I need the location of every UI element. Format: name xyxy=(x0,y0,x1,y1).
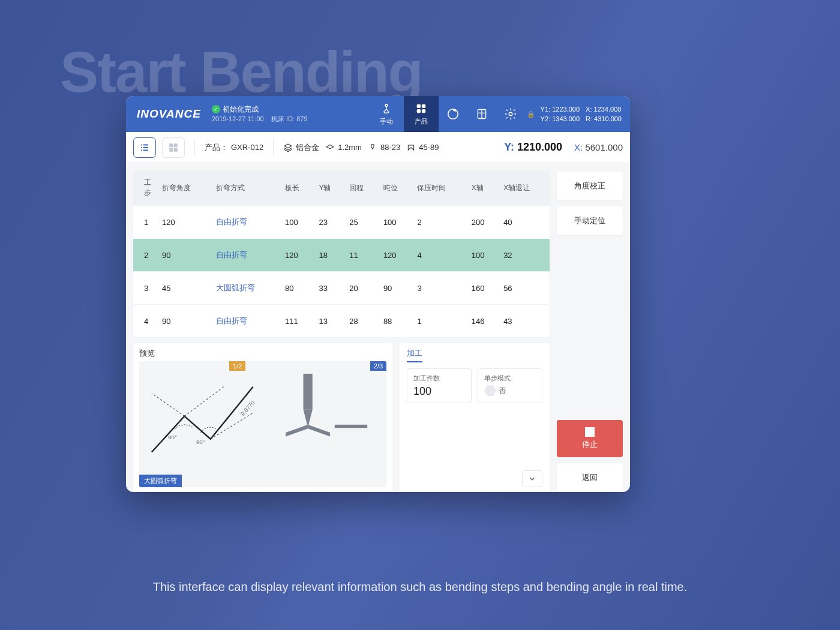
nav-dial[interactable] xyxy=(439,96,467,132)
caption-text: This interface can display relevant info… xyxy=(0,580,840,594)
preview-tag: 大圆弧折弯 xyxy=(139,475,182,487)
grid-icon xyxy=(168,142,179,153)
svg-rect-2 xyxy=(421,104,425,108)
gear-icon xyxy=(504,107,517,121)
preview-drawing: 90° 90° 9.8770 xyxy=(145,367,380,458)
product-info: 产品：GXR-012 xyxy=(205,142,263,153)
list-view-button[interactable] xyxy=(133,137,156,158)
svg-rect-8 xyxy=(169,143,173,147)
svg-point-0 xyxy=(385,104,388,107)
logo: INOVANCE xyxy=(137,107,201,121)
steps-table: 工步折弯角度 折弯方式板长 Y轴回程 吨位保压时间 X轴X轴退让 1120自由折… xyxy=(133,170,550,337)
background-title: Start Bending xyxy=(60,39,422,105)
hand-touch-icon xyxy=(380,102,393,115)
nav-manual[interactable]: 手动 xyxy=(369,96,404,132)
nav-calculator[interactable] xyxy=(467,96,496,132)
machine-id-label: 机床 ID: xyxy=(271,115,295,122)
svg-text:90°: 90° xyxy=(196,439,205,445)
nav-settings[interactable] xyxy=(496,96,525,132)
header-coords: Y1: 1223.000 X: 1234.000 Y2: 1343.000 R:… xyxy=(537,104,630,124)
header-bar: INOVANCE ✓ 初始化完成 2019-12-27 11:00 机床 ID:… xyxy=(126,96,630,132)
info-y: Y: 1210.000 xyxy=(504,141,562,154)
material-info: 铝合金 xyxy=(283,142,319,153)
step-mode-card[interactable]: 单步模式 否 xyxy=(478,368,542,403)
status-datetime: 2019-12-27 11:00 xyxy=(212,115,264,122)
svg-text:90°: 90° xyxy=(168,434,177,440)
back-button[interactable]: 返回 xyxy=(557,463,623,492)
status-block: ✓ 初始化完成 2019-12-27 11:00 机床 ID: 879 xyxy=(212,104,308,124)
calculator-icon xyxy=(476,108,488,120)
svg-rect-3 xyxy=(416,109,420,113)
tool2-info: 45-89 xyxy=(406,143,439,152)
die-icon xyxy=(406,143,416,152)
check-icon: ✓ xyxy=(212,105,220,113)
toggle-icon xyxy=(484,385,496,396)
lock-icon: 🔒 xyxy=(525,110,537,118)
process-panel: 加工 加工件数 100 单步模式 否 xyxy=(400,343,550,492)
count-card[interactable]: 加工件数 100 xyxy=(407,368,472,403)
table-header-row: 工步折弯角度 折弯方式板长 Y轴回程 吨位保压时间 X轴X轴退让 xyxy=(133,170,550,206)
table-row[interactable]: 345大圆弧折弯80332090316056 xyxy=(133,272,550,305)
table-row[interactable]: 490自由折弯111132888114643 xyxy=(133,305,550,338)
svg-rect-10 xyxy=(169,148,173,151)
dial-icon xyxy=(446,107,460,121)
layers-icon xyxy=(283,143,293,152)
svg-marker-16 xyxy=(303,410,312,427)
process-title: 加工 xyxy=(407,348,422,362)
collapse-button[interactable] xyxy=(522,470,542,487)
svg-rect-15 xyxy=(303,374,312,410)
preview-panel: 预览 1/2 2/3 xyxy=(133,343,392,492)
grid-view-button[interactable] xyxy=(162,137,185,158)
preview-title: 预览 xyxy=(139,348,386,359)
grid-apps-icon xyxy=(415,102,428,115)
svg-rect-1 xyxy=(416,104,420,108)
tool1-info: 88-23 xyxy=(368,143,400,152)
angle-correct-button[interactable]: 角度校正 xyxy=(557,172,623,200)
svg-rect-9 xyxy=(174,143,178,147)
svg-point-7 xyxy=(509,112,512,116)
nav: 手动 产品 xyxy=(369,96,525,132)
table-row[interactable]: 290自由折弯1201811120410032 xyxy=(133,239,550,272)
sheet-icon xyxy=(325,143,335,152)
svg-point-5 xyxy=(448,109,458,119)
nav-product-label: 产品 xyxy=(415,117,428,126)
status-text: 初始化完成 xyxy=(223,104,259,115)
thickness-info: 1.2mm xyxy=(325,143,362,152)
svg-rect-18 xyxy=(335,425,367,428)
svg-rect-11 xyxy=(174,148,178,151)
info-bar: 产品：GXR-012 铝合金 1.2mm 88-23 45-89 Y: 1210… xyxy=(126,132,630,163)
table-row[interactable]: 1120自由折弯1002325100220040 xyxy=(133,206,550,239)
punch-icon xyxy=(368,143,377,152)
list-icon xyxy=(139,142,150,153)
svg-marker-17 xyxy=(286,425,330,437)
info-x: X: 5601.000 xyxy=(574,142,623,152)
chevron-down-icon xyxy=(528,475,536,483)
svg-rect-4 xyxy=(421,109,425,113)
machine-id: 879 xyxy=(296,115,307,122)
stop-button[interactable]: 停止 xyxy=(557,420,623,457)
manual-position-button[interactable]: 手动定位 xyxy=(557,206,623,235)
nav-product[interactable]: 产品 xyxy=(404,96,439,132)
app-panel: INOVANCE ✓ 初始化完成 2019-12-27 11:00 机床 ID:… xyxy=(126,96,630,492)
nav-manual-label: 手动 xyxy=(380,117,393,126)
stop-icon xyxy=(585,427,595,437)
preview-canvas: 1/2 2/3 90° xyxy=(139,361,386,487)
